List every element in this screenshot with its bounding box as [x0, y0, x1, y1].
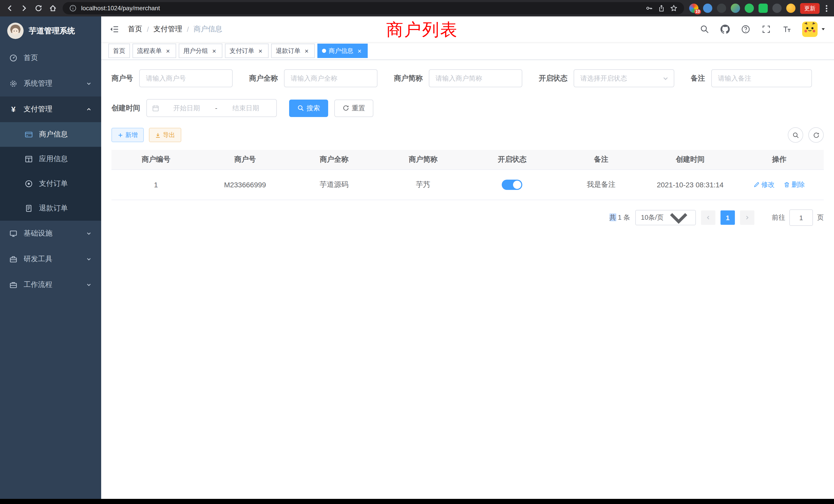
extension-icon[interactable]: [745, 4, 754, 13]
chevron-down-icon: [86, 256, 92, 262]
tab-merchant-info[interactable]: 商户信息 ×: [317, 44, 368, 58]
sidebar-item-label: 应用信息: [39, 155, 68, 164]
header-search-button[interactable]: [699, 24, 710, 35]
page-size-select[interactable]: 10条/页: [635, 210, 696, 225]
browser-back-button[interactable]: [5, 4, 14, 13]
page-number-button[interactable]: 1: [721, 210, 735, 225]
address-bar[interactable]: localhost:1024/pay/merchant: [63, 2, 684, 14]
back-icon: [6, 4, 14, 12]
search-button[interactable]: 搜索: [289, 99, 328, 117]
search-button-label: 搜索: [307, 104, 320, 113]
sidebar-item-dev-tools[interactable]: 研发工具: [0, 246, 101, 272]
font-size-button[interactable]: [782, 24, 792, 35]
pagination-goto: 前往 页: [772, 209, 824, 226]
sidebar-item-merchant-info[interactable]: 商户信息: [0, 122, 101, 147]
tab-close-icon[interactable]: ×: [356, 47, 363, 54]
breadcrumb: 首页 / 支付管理 / 商户信息: [128, 25, 222, 34]
sidebar-item-system[interactable]: 系统管理: [0, 71, 101, 96]
browser-update-button[interactable]: 更新: [800, 3, 820, 14]
password-key-button[interactable]: [645, 4, 653, 12]
sidebar-item-pay-order[interactable]: 支付订单: [0, 171, 101, 196]
sidebar-item-workflow[interactable]: 工作流程: [0, 272, 101, 298]
start-date-placeholder: 开始日期: [161, 104, 212, 113]
next-page-button[interactable]: [740, 210, 754, 225]
sidebar-logo[interactable]: 芋道管理系统: [0, 17, 101, 45]
sidebar-item-app-info[interactable]: 应用信息: [0, 147, 101, 171]
tab-refund-order[interactable]: 退款订单 ×: [271, 44, 315, 58]
user-avatar-dropdown[interactable]: [802, 22, 826, 37]
reset-button[interactable]: 重置: [334, 99, 373, 117]
full-name-input[interactable]: [284, 69, 377, 87]
create-time-range-picker[interactable]: 开始日期 - 结束日期: [146, 99, 277, 117]
extension-icon[interactable]: [717, 4, 726, 13]
logo-avatar: [7, 23, 24, 39]
fullscreen-icon: [762, 25, 771, 34]
sidebar-item-payment[interactable]: ¥ 支付管理: [0, 96, 101, 122]
chevron-down-icon: [86, 282, 92, 288]
pagination-total: 共 1 条: [609, 213, 630, 222]
browser-forward-button[interactable]: [20, 4, 29, 13]
tab-pay-order[interactable]: 支付订单 ×: [225, 44, 269, 58]
extension-icon[interactable]: [731, 4, 740, 13]
extension-icon[interactable]: [703, 4, 712, 13]
monitor-icon: [9, 229, 18, 238]
refresh-table-button[interactable]: [808, 127, 824, 143]
sidebar-item-home[interactable]: 首页: [0, 45, 101, 71]
extension-icon[interactable]: [759, 4, 768, 13]
sidebar-item-infrastructure[interactable]: 基础设施: [0, 221, 101, 246]
status-toggle[interactable]: [502, 180, 522, 190]
extension-icon[interactable]: [772, 4, 782, 13]
help-button[interactable]: [741, 24, 751, 35]
tab-close-icon[interactable]: ×: [164, 47, 172, 54]
reload-icon: [35, 4, 43, 12]
delete-link[interactable]: 删除: [784, 180, 805, 189]
browser-home-button[interactable]: [48, 4, 58, 13]
site-info-icon[interactable]: [69, 4, 77, 12]
breadcrumb-item[interactable]: 首页: [128, 25, 142, 34]
merchant-no-input[interactable]: [139, 69, 233, 87]
sidebar: 芋道管理系统 首页 系统管理 ¥ 支付管理: [0, 17, 101, 499]
tab-user-group[interactable]: 用户分组 ×: [179, 44, 222, 58]
edit-link-label: 修改: [761, 180, 775, 189]
tab-close-icon[interactable]: ×: [211, 47, 218, 54]
goto-page-input[interactable]: [789, 209, 813, 226]
create-time-label: 创建时间: [111, 104, 140, 113]
breadcrumb-item[interactable]: 支付管理: [154, 25, 182, 34]
share-button[interactable]: [657, 4, 665, 12]
github-button[interactable]: [720, 24, 730, 35]
toggle-search-button[interactable]: [788, 127, 803, 143]
profile-avatar-icon[interactable]: [786, 4, 795, 13]
sidebar-toggle-button[interactable]: [109, 24, 120, 35]
cell-full-name: 芋道源码: [290, 169, 379, 200]
browser-menu-button[interactable]: [824, 5, 829, 12]
github-icon: [721, 25, 730, 34]
grid-icon: [25, 155, 33, 163]
browser-toolbar: localhost:1024/pay/merchant 10 更新: [0, 0, 834, 17]
extension-icon[interactable]: 10: [689, 4, 698, 13]
tab-close-icon[interactable]: ×: [257, 47, 264, 54]
short-name-input[interactable]: [429, 69, 522, 87]
search-icon: [297, 105, 304, 111]
tab-close-icon[interactable]: ×: [303, 47, 310, 54]
prev-page-button[interactable]: [701, 210, 716, 225]
chevron-down-icon: [662, 75, 668, 81]
remark-input[interactable]: [711, 69, 812, 87]
edit-icon: [754, 182, 760, 188]
sidebar-item-refund-order[interactable]: 退款订单: [0, 196, 101, 221]
cell-merchant-no: M233666999: [200, 169, 290, 200]
export-button[interactable]: 导出: [149, 128, 181, 142]
add-button[interactable]: 新增: [111, 128, 144, 142]
edit-link[interactable]: 修改: [754, 180, 775, 189]
tab-home[interactable]: 首页: [108, 44, 130, 58]
browser-reload-button[interactable]: [34, 4, 43, 13]
tab-label: 支付订单: [229, 46, 254, 55]
add-button-label: 新增: [125, 131, 138, 139]
toolbar-right: [788, 127, 824, 143]
status-select[interactable]: 请选择开启状态: [574, 69, 674, 87]
tab-label: 首页: [113, 46, 125, 55]
tab-process-form[interactable]: 流程表单 ×: [132, 44, 176, 58]
sidebar-item-label: 支付订单: [39, 179, 68, 188]
toggle-knob: [513, 181, 521, 189]
fullscreen-button[interactable]: [761, 24, 771, 35]
bookmark-star-button[interactable]: [670, 4, 678, 12]
